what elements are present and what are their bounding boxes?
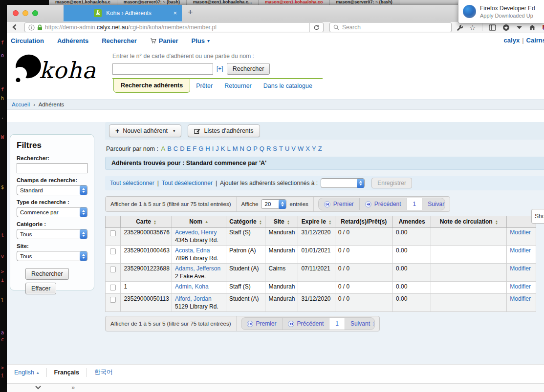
filter-search-input[interactable]: [17, 163, 87, 173]
modify-link[interactable]: Modifier: [510, 265, 531, 272]
letter-link-T[interactable]: T: [279, 145, 283, 152]
column-header[interactable]: Catégorie▲▼: [226, 216, 265, 227]
nav-plus[interactable]: Plus ▾: [192, 37, 210, 44]
new-tab-button[interactable]: +: [188, 7, 193, 18]
back-button[interactable]: [11, 23, 19, 31]
deselect-all-link[interactable]: Tout désélectionner: [162, 180, 213, 186]
nav-panier[interactable]: Panier: [150, 37, 178, 44]
info-icon[interactable]: [28, 24, 35, 31]
row-checkbox[interactable]: [110, 230, 116, 236]
patron-list-select[interactable]: [321, 178, 365, 188]
previous-page-button[interactable]: Précédent: [283, 318, 330, 330]
close-tab-icon[interactable]: ×: [173, 9, 177, 17]
chevron-down-icon[interactable]: [35, 386, 41, 390]
patron-search-button[interactable]: Rechercher: [227, 63, 270, 75]
current-page[interactable]: 1: [329, 318, 345, 330]
patron-search-input[interactable]: [112, 63, 213, 75]
terminal-tab[interactable]: mason@xen1.kohaaloha.co: [259, 0, 329, 5]
browser-search-field[interactable]: Search: [329, 22, 452, 32]
next-page-button[interactable]: Suivant: [345, 318, 375, 330]
breadcrumb-home-link[interactable]: Accueil: [12, 102, 30, 107]
filter-type-select[interactable]: Commence par: [17, 207, 87, 217]
letter-link-L[interactable]: L: [227, 145, 231, 152]
reload-button[interactable]: [309, 23, 323, 32]
nav-adherents[interactable]: Adhérents: [57, 37, 88, 44]
letter-link-O[interactable]: O: [246, 145, 251, 152]
home-icon[interactable]: [529, 24, 536, 31]
patron-name-link[interactable]: Acosta, Edna: [175, 247, 210, 254]
terminal-tab[interactable]: mason@xen1.kohaaloha.c...: [187, 0, 259, 5]
logged-branch-link[interactable]: Cairns: [526, 37, 544, 44]
letter-link-S[interactable]: S: [273, 145, 277, 152]
tab-retourner[interactable]: Retourner: [218, 79, 258, 89]
tab-pr-ter[interactable]: Prêter: [190, 79, 218, 89]
letter-link-Y[interactable]: Y: [312, 145, 316, 152]
terminal-tab[interactable]: mason@xen1.kohaaloha.c: [49, 0, 117, 5]
show-hide-columns-button[interactable]: Show: [531, 209, 544, 224]
language-link[interactable]: 한국어: [87, 368, 120, 377]
modify-link[interactable]: Modifier: [510, 283, 531, 290]
bookmarks-sidebar-icon[interactable]: [489, 24, 496, 31]
patron-name-link[interactable]: Acevedo, Henry: [175, 229, 217, 236]
tab-dans-le-catalogue[interactable]: Dans le catalogue: [258, 79, 318, 89]
browser-tab-active[interactable]: k Koha › Adhérents ×: [64, 5, 182, 21]
letter-link-Q[interactable]: Q: [260, 145, 264, 152]
current-page[interactable]: 1: [407, 198, 423, 210]
modify-link[interactable]: Modifier: [510, 229, 531, 236]
letter-link-E[interactable]: E: [187, 145, 191, 152]
language-link[interactable]: English▴: [7, 368, 47, 377]
filter-search-button[interactable]: Rechercher: [25, 268, 69, 280]
expand-search-link[interactable]: [+]: [217, 65, 223, 72]
modify-link[interactable]: Modifier: [510, 247, 531, 254]
filter-category-select[interactable]: Tous: [17, 229, 87, 239]
language-current[interactable]: Français: [47, 368, 87, 377]
url-bar[interactable]: https://demo-admin.calyx.net.au/cgi-bin/…: [24, 22, 324, 32]
bookmark-star-icon[interactable]: ☆: [469, 24, 476, 31]
column-header[interactable]: Note de circulation▲▼: [431, 216, 507, 227]
letter-link-M[interactable]: M: [233, 145, 238, 152]
letter-link-J[interactable]: J: [216, 145, 219, 152]
developer-wrench-icon[interactable]: [456, 24, 463, 31]
letter-link-H[interactable]: H: [205, 145, 210, 152]
letter-link-W[interactable]: W: [298, 145, 304, 152]
column-header[interactable]: Site▲▼: [265, 216, 298, 227]
column-header[interactable]: Expire le▲▼: [298, 216, 335, 227]
filter-field-select[interactable]: Standard: [17, 185, 87, 195]
new-patron-button[interactable]: + Nouvel adhérent ▾: [109, 124, 181, 137]
row-checkbox[interactable]: [110, 285, 116, 290]
letter-link-R[interactable]: R: [266, 145, 271, 152]
letter-link-A[interactable]: A: [161, 145, 165, 152]
downloads-icon[interactable]: [502, 24, 510, 31]
patron-lists-button[interactable]: Listes d'adhérents: [188, 124, 260, 137]
next-page-button[interactable]: Suivant: [422, 198, 445, 210]
previous-page-button[interactable]: Précédent: [360, 198, 407, 210]
entries-select[interactable]: 20: [261, 199, 286, 209]
patron-name-link[interactable]: Admin, Koha: [175, 283, 209, 290]
column-header[interactable]: Retard(s)/Prêt(s): [335, 216, 392, 227]
update-notification-popup[interactable]: Firefox Developer Ed Apply Downloaded Up: [458, 0, 544, 23]
extension-m-icon[interactable]: M: [542, 24, 544, 31]
filter-site-select[interactable]: Tous: [17, 251, 87, 261]
logged-user-link[interactable]: calyx: [504, 37, 520, 44]
letter-link-X[interactable]: X: [305, 145, 310, 152]
zoom-window-button[interactable]: [32, 10, 38, 16]
letter-link-P[interactable]: P: [253, 145, 258, 152]
letter-link-I[interactable]: I: [212, 145, 214, 152]
letter-link-Z[interactable]: Z: [318, 145, 322, 152]
nav-circulation[interactable]: Circulation: [11, 37, 44, 44]
letter-link-C[interactable]: C: [174, 145, 178, 152]
menu-chevron-icon[interactable]: [516, 25, 522, 30]
nav-rechercher[interactable]: Rechercher: [102, 37, 137, 44]
letter-link-D[interactable]: D: [180, 145, 184, 152]
letter-link-N[interactable]: N: [240, 145, 244, 152]
letter-link-V[interactable]: V: [291, 145, 296, 152]
save-button[interactable]: Enregistrer: [371, 178, 412, 188]
select-all-link[interactable]: Tout sélectionner: [110, 180, 154, 186]
tab-recherche-adherents[interactable]: Recherche adhérents: [113, 79, 190, 93]
letter-link-U[interactable]: U: [285, 145, 289, 152]
patron-name-link[interactable]: Alford, Jordan: [175, 295, 212, 302]
row-checkbox[interactable]: [110, 267, 116, 272]
https-lock-icon[interactable]: [37, 24, 43, 31]
first-page-button[interactable]: Premier: [241, 318, 283, 330]
column-header[interactable]: Amendes: [392, 216, 431, 227]
